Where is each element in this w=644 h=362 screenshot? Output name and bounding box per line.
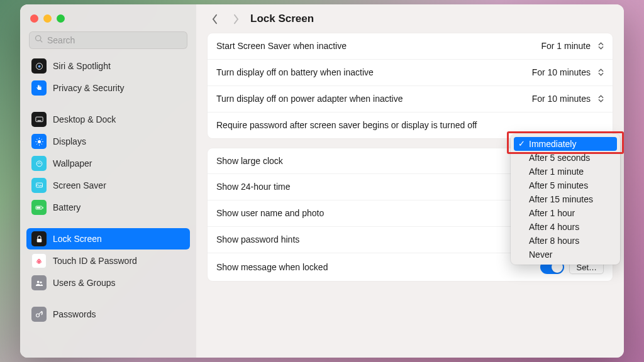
svg-line-10	[41, 143, 42, 144]
sidebar-divider	[26, 294, 190, 303]
setting-label: Require password after screen saver begi…	[216, 119, 477, 131]
sidebar-item-label: Battery	[53, 202, 80, 212]
system-settings-window: Siri & Spotlight Privacy & Security Desk…	[20, 4, 624, 358]
forward-button[interactable]	[229, 12, 243, 26]
sidebar: Siri & Spotlight Privacy & Security Desk…	[20, 4, 196, 358]
svg-point-19	[36, 280, 39, 283]
hand-icon	[31, 80, 47, 96]
page-title: Lock Screen	[250, 13, 314, 25]
setting-label: Show user name and photo	[216, 207, 324, 219]
sidebar-divider	[26, 219, 190, 228]
close-window-button[interactable]	[30, 14, 38, 23]
window-controls	[26, 12, 190, 31]
content-area: Start Screen Saver when inactive For 1 m…	[196, 33, 624, 358]
dropdown-item[interactable]: After 8 hours	[514, 234, 617, 248]
setting-label: Turn display off on power adapter when i…	[216, 93, 403, 105]
key-icon	[31, 307, 47, 322]
dropdown-item[interactable]: After 1 minute	[514, 165, 617, 178]
settings-group-timing: Start Screen Saver when inactive For 1 m…	[208, 33, 613, 138]
svg-point-20	[40, 281, 42, 283]
sidebar-item-label: Touch ID & Password	[53, 256, 137, 266]
popup-value: For 10 minutes	[532, 67, 591, 77]
popup-button[interactable]: For 10 minutes	[532, 67, 604, 77]
search-input[interactable]	[47, 35, 182, 45]
svg-line-9	[36, 139, 37, 140]
sidebar-item-label: Lock Screen	[53, 234, 102, 244]
dropdown-item[interactable]: After 4 hours	[514, 220, 617, 234]
popup-value: For 10 minutes	[532, 94, 591, 104]
svg-rect-16	[42, 207, 43, 209]
setting-label: Show large clock	[216, 155, 283, 167]
dropdown-item[interactable]: Immediately	[514, 137, 617, 151]
setting-row-display-off-adapter: Turn display off on power adapter when i…	[208, 86, 613, 112]
back-button[interactable]	[208, 12, 221, 26]
main-panel: Lock Screen Start Screen Saver when inac…	[196, 4, 624, 358]
sidebar-item-wallpaper[interactable]: Wallpaper	[26, 153, 190, 174]
setting-row-screensaver-start: Start Screen Saver when inactive For 1 m…	[208, 33, 613, 60]
sidebar-item-passwords[interactable]: Passwords	[26, 304, 190, 325]
require-password-dropdown[interactable]: Immediately After 5 seconds After 1 minu…	[511, 134, 620, 265]
svg-rect-17	[36, 207, 40, 209]
sidebar-item-battery[interactable]: Battery	[26, 197, 190, 218]
svg-line-11	[36, 143, 37, 144]
sidebar-nav: Siri & Spotlight Privacy & Security Desk…	[26, 55, 190, 325]
svg-point-13	[36, 161, 42, 167]
chevron-up-down-icon	[598, 42, 604, 50]
chevron-up-down-icon	[598, 95, 604, 102]
setting-row-display-off-battery: Turn display off on battery when inactiv…	[208, 60, 613, 86]
chevron-up-down-icon	[598, 69, 604, 76]
search-icon	[35, 35, 47, 46]
sidebar-item-label: Privacy & Security	[53, 83, 125, 93]
svg-line-12	[41, 139, 42, 140]
sidebar-item-siri-spotlight[interactable]: Siri & Spotlight	[26, 55, 190, 77]
siri-icon	[31, 58, 47, 74]
popup-value: For 1 minute	[541, 41, 591, 51]
fullscreen-window-button[interactable]	[57, 14, 65, 23]
setting-label: Start Screen Saver when inactive	[216, 40, 347, 52]
sidebar-item-screen-saver[interactable]: Screen Saver	[26, 175, 190, 196]
screensaver-icon	[31, 178, 47, 193]
brightness-icon	[31, 134, 47, 149]
dropdown-item[interactable]: After 15 minutes	[514, 192, 617, 206]
popup-button[interactable]: For 1 minute	[541, 41, 604, 51]
sidebar-item-touch-id[interactable]: Touch ID & Password	[26, 250, 190, 272]
sidebar-item-label: Screen Saver	[53, 180, 106, 190]
svg-point-1	[38, 65, 40, 67]
setting-label: Show 24-hour time	[216, 181, 291, 193]
sidebar-item-label: Wallpaper	[53, 158, 92, 168]
lock-icon	[31, 231, 47, 246]
sidebar-item-label: Desktop & Dock	[53, 114, 116, 124]
setting-label: Show message when locked	[216, 261, 328, 273]
svg-rect-18	[36, 238, 42, 242]
dropdown-item[interactable]: After 5 seconds	[514, 151, 617, 165]
sidebar-item-label: Siri & Spotlight	[53, 61, 111, 71]
setting-label: Turn display off on battery when inactiv…	[216, 67, 374, 79]
dropdown-item[interactable]: Never	[514, 248, 617, 261]
svg-rect-3	[37, 120, 41, 121]
sidebar-item-label: Users & Groups	[53, 278, 116, 288]
sidebar-item-users-groups[interactable]: Users & Groups	[26, 272, 190, 293]
header: Lock Screen	[196, 4, 624, 33]
desktop-icon	[31, 112, 47, 127]
users-icon	[31, 275, 47, 290]
sidebar-divider	[26, 99, 190, 108]
sidebar-item-displays[interactable]: Displays	[26, 131, 190, 152]
minimize-window-button[interactable]	[43, 14, 52, 23]
sidebar-item-privacy-security[interactable]: Privacy & Security	[26, 77, 190, 99]
svg-point-4	[38, 140, 41, 143]
popup-button[interactable]: For 10 minutes	[532, 94, 604, 104]
svg-rect-2	[35, 117, 42, 122]
battery-icon	[31, 200, 47, 215]
sidebar-item-label: Passwords	[53, 309, 96, 319]
sidebar-item-desktop-dock[interactable]: Desktop & Dock	[26, 109, 190, 130]
setting-label: Show password hints	[216, 234, 299, 246]
search-field[interactable]	[29, 31, 187, 49]
sidebar-item-lock-screen[interactable]: Lock Screen	[26, 228, 190, 250]
dropdown-item[interactable]: After 1 hour	[514, 206, 617, 220]
sidebar-item-label: Displays	[53, 136, 86, 146]
fingerprint-icon	[31, 253, 47, 268]
wallpaper-icon	[31, 156, 47, 171]
dropdown-item[interactable]: After 5 minutes	[514, 178, 617, 192]
svg-point-21	[36, 314, 39, 317]
